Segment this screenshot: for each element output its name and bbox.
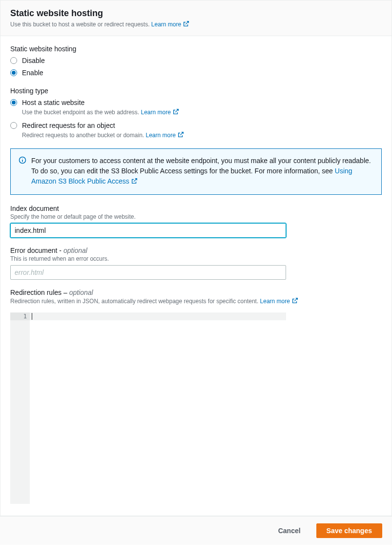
radio-redirect[interactable]: Redirect requests for an object Redirect… xyxy=(10,121,382,140)
error-document-desc: This is returned when an error occurs. xyxy=(10,255,382,262)
panel-subtitle: Use this bucket to host a website or red… xyxy=(10,21,382,29)
header-learn-more-link[interactable]: Learn more xyxy=(151,21,189,28)
error-document-field: Error document - optional This is return… xyxy=(10,247,382,280)
line-number: 1 xyxy=(10,312,30,320)
radio-disable[interactable]: Disable xyxy=(10,56,382,66)
redirect-learn-more-link[interactable]: Learn more xyxy=(145,132,184,139)
public-access-info-box: For your customers to access content at … xyxy=(10,148,382,195)
editor-gutter: 1 xyxy=(10,312,30,504)
error-document-label: Error document - optional xyxy=(10,247,382,254)
external-link-icon xyxy=(291,297,298,306)
radio-icon xyxy=(10,122,17,129)
static-hosting-radio-group: Disable Enable xyxy=(10,56,382,78)
panel-body: Static website hosting Disable Enable Ho… xyxy=(0,36,392,516)
radio-icon xyxy=(10,69,17,76)
cancel-button[interactable]: Cancel xyxy=(268,523,310,538)
index-document-desc: Specify the home or default page of the … xyxy=(10,213,382,220)
radio-host-static[interactable]: Host a static website Use the bucket end… xyxy=(10,98,382,117)
external-link-icon xyxy=(177,131,184,140)
hosting-type-label: Hosting type xyxy=(10,87,382,95)
external-link-icon xyxy=(131,177,138,187)
footer-actions: Cancel Save changes xyxy=(0,516,392,545)
save-changes-button[interactable]: Save changes xyxy=(316,523,382,538)
editor-content[interactable] xyxy=(30,312,286,504)
editor-cursor xyxy=(32,313,32,320)
external-link-icon xyxy=(172,108,179,117)
svg-point-2 xyxy=(22,158,22,159)
panel-title: Static website hosting xyxy=(10,8,382,19)
index-document-input[interactable] xyxy=(10,223,286,238)
radio-icon xyxy=(10,57,17,64)
static-website-hosting-panel: Static website hosting Use this bucket t… xyxy=(0,0,392,516)
info-box-text: For your customers to access content at … xyxy=(31,156,373,187)
static-hosting-label: Static website hosting xyxy=(10,45,382,53)
external-link-icon xyxy=(183,21,189,29)
radio-host-static-desc: Use the bucket endpoint as the web addre… xyxy=(22,108,382,117)
info-icon xyxy=(19,156,26,166)
redirection-rules-learn-more-link[interactable]: Learn more xyxy=(260,298,298,305)
index-document-label: Index document xyxy=(10,205,382,212)
redirection-rules-field: Redirection rules – optional Redirection… xyxy=(10,289,382,306)
redirection-rules-desc: Redirection rules, written in JSON, auto… xyxy=(10,297,382,306)
radio-icon xyxy=(10,99,17,106)
panel-header: Static website hosting Use this bucket t… xyxy=(0,0,392,36)
error-document-input[interactable] xyxy=(10,265,286,280)
host-static-learn-more-link[interactable]: Learn more xyxy=(141,109,179,116)
index-document-field: Index document Specify the home or defau… xyxy=(10,205,382,238)
redirection-rules-label: Redirection rules – optional xyxy=(10,289,382,296)
hosting-type-radio-group: Host a static website Use the bucket end… xyxy=(10,98,382,140)
redirection-rules-editor[interactable]: 1 xyxy=(10,312,286,504)
radio-redirect-desc: Redirect requests to another bucket or d… xyxy=(22,131,382,140)
radio-enable[interactable]: Enable xyxy=(10,68,382,78)
